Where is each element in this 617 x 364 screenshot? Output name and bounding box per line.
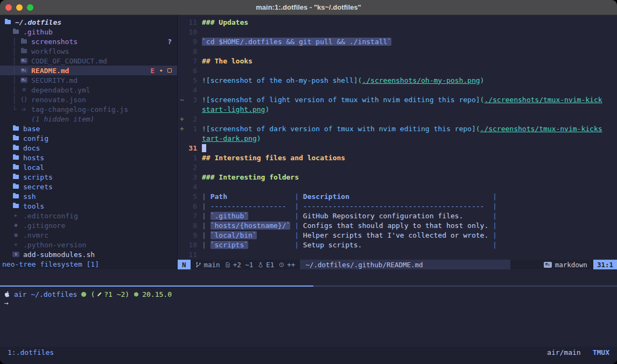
tree-item-tag-changelog-config-js[interactable]: └ᴊstag-changelog-config.js [0, 104, 177, 114]
editor-line[interactable]: 5![screenshot of the oh-my-posh shell](.… [178, 75, 617, 85]
editor-line[interactable]: tart-dark.png) [178, 133, 617, 143]
folder-icon [13, 126, 19, 131]
editor-line[interactable]: +2 [178, 114, 617, 124]
git-diff-segment: +2 ~1 [225, 261, 254, 269]
line-text: ## Interesting files and locations [197, 154, 345, 162]
filetype-label: markdown [555, 261, 587, 269]
editor-line[interactable]: 11 [178, 249, 617, 259]
editor-line[interactable]: 2 [178, 162, 617, 172]
tree-item-label: tag-changelog-config.js [31, 105, 128, 113]
window-title: main:1:.dotfiles - "ks~/.dotfiles" [0, 3, 617, 11]
tree-item-config[interactable]: config [0, 133, 177, 143]
tree-item-readme-md[interactable]: │M↓README.mdE• [0, 66, 177, 75]
shell-pane[interactable]: air ~/.dotfiles ( ?1 ~2) 20.15.0 → [0, 287, 617, 347]
history-clock-icon [279, 262, 284, 268]
indent-guide [12, 115, 20, 123]
tree-item-security-md[interactable]: │M↓SECURITY.md [0, 75, 177, 85]
gutter-sign [178, 38, 185, 46]
editor-line[interactable]: 4 [178, 85, 617, 95]
tree-item-scripts[interactable]: scripts [0, 172, 177, 182]
history-segment: ++ [279, 261, 295, 269]
tree-item-label: scripts [23, 173, 53, 181]
diagnostics-segment: E1 [258, 261, 274, 269]
flask-icon [258, 262, 263, 268]
editor-line[interactable]: start-light.png) [178, 104, 617, 114]
tree-item-1-hidden-item[interactable]: (1 hidden item) [0, 114, 177, 124]
line-number: 4 [185, 183, 197, 191]
node-version: 20.15.0 [142, 290, 172, 298]
shell-prompt: air ~/.dotfiles ( ?1 ~2) 20.15.0 [4, 289, 617, 299]
tree-item-base[interactable]: base [0, 124, 177, 133]
history-label: ++ [287, 261, 295, 269]
editor-line[interactable]: 11### Updates [178, 17, 617, 27]
editor-line[interactable]: +1![screenshot of dark version of tmux w… [178, 124, 617, 133]
tree-item-local[interactable]: local [0, 162, 177, 172]
cursor-block [202, 144, 206, 152]
line-number: 7 [185, 57, 197, 65]
folder-icon [13, 194, 19, 198]
tree-item-docs[interactable]: docs [0, 143, 177, 153]
editor-line[interactable]: 1## Interesting files and locations [178, 153, 617, 162]
tree-item-dotfiles[interactable]: ~/.dotfiles [0, 17, 177, 27]
tree-item-label: CODE_OF_CONDUCT.md [31, 57, 107, 65]
tree-item-label: dependabot.yml [31, 86, 90, 94]
tree-item-label: secrets [23, 183, 53, 191]
editor-line[interactable]: 6| ------------------ | ----------------… [178, 201, 617, 211]
folder-icon [13, 30, 19, 34]
tree-item-code-of-conduct-md[interactable]: │M↓CODE_OF_CONDUCT.md [0, 56, 177, 66]
line-number: 8 [185, 47, 197, 55]
tree-item-workflows[interactable]: │workflows [0, 46, 177, 56]
cursor-position: 31:1 [593, 260, 617, 269]
tree-item-secrets[interactable]: secrets [0, 182, 177, 191]
tree-item-github[interactable]: .github [0, 27, 177, 37]
line-number: 9 [185, 38, 197, 46]
tmux-window-item[interactable]: 1:.dotfiles [8, 348, 54, 358]
line-text: ## The looks [197, 57, 253, 65]
tree-item-tools[interactable]: tools [0, 201, 177, 211]
editor-line[interactable]: 4 [178, 182, 617, 191]
line-text: | `.github` | GitHub Repository configur… [197, 212, 497, 220]
editor-line[interactable]: 8 [178, 46, 617, 56]
titlebar: main:1:.dotfiles - "ks~/.dotfiles" [0, 0, 617, 15]
editor-line[interactable]: 7## The looks [178, 56, 617, 66]
editor-line[interactable]: 31 [178, 143, 617, 153]
gutter-sign [178, 105, 185, 113]
gutter-sign [178, 202, 185, 210]
indent-guide: │ [12, 96, 20, 104]
tree-item-dependabot-yml[interactable]: │⚙dependabot.yml [0, 85, 177, 95]
tree-item-hosts[interactable]: hosts [0, 153, 177, 162]
editor-line[interactable]: 3### Interesting folders [178, 172, 617, 182]
markdown-file-icon: M↓ [20, 58, 27, 63]
line-text [197, 144, 206, 152]
editor-line[interactable]: 6 [178, 66, 617, 75]
editor-line[interactable]: 9| `local/bin` | Helper scripts that I'v… [178, 230, 617, 240]
tree-item-nvmrc[interactable]: ◉.nvmrc [0, 230, 177, 240]
tree-item-editorconfig[interactable]: ▸.editorconfig [0, 211, 177, 220]
markdown-icon: M↓ [544, 262, 552, 268]
line-number: 11 [185, 18, 197, 26]
editor-line[interactable]: 7| `.github` | GitHub Repository configu… [178, 211, 617, 220]
editor-line[interactable]: 10| `scripts` | Setup scripts. | [178, 240, 617, 249]
editor-line[interactable]: ~3![screenshot of light version of tmux … [178, 95, 617, 104]
tree-item-add-submodules-sh[interactable]: $add-submodules.sh [0, 249, 177, 259]
line-text: tart-dark.png) [197, 134, 261, 142]
gutter-sign [178, 173, 185, 181]
git-status-counts: ?1 ~2) [104, 290, 129, 298]
indent-guide: │ [12, 38, 20, 46]
editor-line[interactable]: 9`cd $HOME/.dotfiles && git pull && ./in… [178, 37, 617, 46]
editor-line[interactable]: 10 [178, 27, 617, 37]
tree-item-python-version[interactable]: ✳.python-version [0, 240, 177, 249]
gutter-sign [178, 18, 185, 26]
tree-item-renovate-json[interactable]: │{}renovate.json [0, 95, 177, 104]
editor-pane[interactable]: 11### Updates 10 9`cd $HOME/.dotfiles &&… [178, 15, 617, 260]
tmux-status-bar: 1:.dotfiles air/main TMUX [0, 347, 617, 364]
editor-line[interactable]: 5| Path | Description | [178, 191, 617, 201]
tmux-badge: TMUX [593, 348, 609, 358]
folder-icon [21, 39, 27, 44]
editor-line[interactable]: 8| `hosts/{hostname}/` | Configs that sh… [178, 220, 617, 230]
folder-icon [5, 20, 11, 24]
tree-item-gitignore[interactable]: ◆.gitignore [0, 220, 177, 230]
gutter-sign: + [178, 125, 185, 133]
tree-item-screenshots[interactable]: │screenshots? [0, 37, 177, 46]
tree-item-ssh[interactable]: ssh [0, 191, 177, 201]
